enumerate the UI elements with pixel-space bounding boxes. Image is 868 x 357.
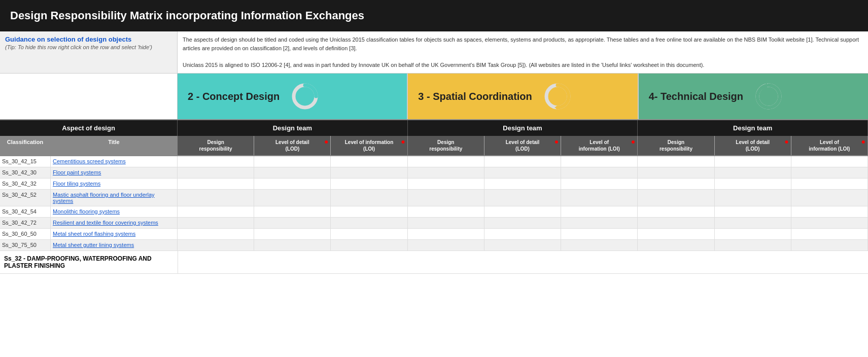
p3-resp-cell (408, 167, 484, 178)
p3-loi-cell (561, 240, 637, 251)
cell-title[interactable]: Floor tiling systems (51, 178, 178, 189)
title-link[interactable]: Floor tiling systems (53, 181, 100, 187)
title-link[interactable]: Metal sheet gutter lining systems (53, 242, 134, 248)
cell-classification: Ss_30_42_54 (0, 206, 51, 217)
phase-4-label: 4- Technical Design (649, 91, 743, 102)
p4-resp-cell (638, 206, 714, 217)
title-link[interactable]: Monolithic flooring systems (53, 208, 120, 215)
p4-resp-cell (638, 240, 714, 251)
phase-4-team-header: Design team (638, 120, 868, 136)
p2-resp-cell (178, 178, 254, 189)
p4-lod-cell (715, 229, 791, 239)
cell-title[interactable]: Resilient and textile floor covering sys… (51, 218, 178, 228)
phase-4-header: 4- Technical Design (639, 74, 868, 119)
p3-loi-cell (561, 178, 637, 189)
p4-data-group (638, 178, 868, 189)
cell-classification: Ss_30_42_32 (0, 178, 51, 189)
p3-lod-cell (484, 190, 561, 206)
p4-data-group (638, 218, 868, 228)
p4-resp-cell (638, 218, 714, 228)
p2-loi-cell (331, 167, 407, 178)
table-row: Ss_30_42_54 Monolithic flooring systems (0, 206, 868, 218)
phase-2-header: 2 - Concept Design (178, 74, 408, 119)
p3-lod-cell (484, 240, 561, 251)
phase-3-col-group: Designresponsibility Level of detail(LOD… (408, 136, 638, 155)
p3-loi-cell (561, 167, 637, 178)
table-row: Ss_30_42_30 Floor paint systems (0, 167, 868, 178)
p2-resp-cell (178, 240, 254, 251)
p3-resp-cell (408, 206, 484, 217)
p3-data-group (408, 167, 638, 178)
p4-data-group (638, 206, 868, 217)
col-header-row: Classification Title Designresponsibilit… (0, 136, 868, 156)
title-link[interactable]: Metal sheet roof flashing systems (53, 231, 135, 237)
p2-loi-cell (331, 206, 407, 217)
cell-title[interactable]: Floor paint systems (51, 167, 178, 178)
guidance-left-panel: Guidance on selection of design objects … (0, 31, 178, 73)
p3-resp-cell (408, 218, 484, 228)
p4-loi-header: Level ofinformation (LOI)● (791, 136, 867, 155)
team-header-row: Aspect of design Design team Design team… (0, 120, 868, 136)
p4-resp-cell (638, 190, 714, 206)
p4-lod-cell (715, 240, 791, 251)
p2-lod-cell (254, 156, 331, 167)
p4-lod-cell (715, 218, 791, 228)
p4-resp-cell (638, 229, 714, 239)
title-link[interactable]: Mastic asphalt flooring and floor underl… (53, 192, 155, 204)
cell-title[interactable]: Metal sheet roof flashing systems (51, 229, 178, 239)
p4-design-resp-header: Designresponsibility (638, 136, 714, 155)
p4-lod-cell (715, 206, 791, 217)
phase-4-col-group: Designresponsibility Level of detail(LOD… (638, 136, 868, 155)
phase-3-header: 3 - Spatial Coordination (408, 74, 638, 119)
title-link[interactable]: Cementitious screed systems (53, 158, 126, 164)
title-link[interactable]: Floor paint systems (53, 169, 101, 175)
p2-loi-cell (331, 190, 407, 206)
p4-loi-cell (791, 156, 867, 167)
p3-data-group (408, 229, 638, 239)
cell-classification: Ss_30_42_15 (0, 156, 51, 167)
cell-title[interactable]: Metal sheet gutter lining systems (51, 240, 178, 251)
phase-2-team-header: Design team (178, 120, 408, 136)
p4-lod-cell (715, 167, 791, 178)
p3-loi-cell (561, 229, 637, 239)
p4-lod-cell (715, 190, 791, 206)
p4-loi-cell (791, 190, 867, 206)
phase-header-row: 2 - Concept Design 3 - Spatial Coordinat… (0, 74, 868, 120)
p2-loi-cell (331, 178, 407, 189)
p4-resp-cell (638, 156, 714, 167)
p2-resp-cell (178, 206, 254, 217)
p3-resp-cell (408, 178, 484, 189)
cell-classification: Ss_30_42_52 (0, 190, 51, 206)
guidance-para2: Uniclass 2015 is aligned to ISO 12006-2 … (183, 61, 863, 69)
p4-resp-cell (638, 178, 714, 189)
p3-data-group (408, 240, 638, 251)
p3-lod-cell (484, 178, 561, 189)
table-row: Ss_30_42_32 Floor tiling systems (0, 178, 868, 190)
p2-loi-cell (331, 218, 407, 228)
title-link[interactable]: Resilient and textile floor covering sys… (53, 220, 158, 226)
phase-3-team-header: Design team (408, 120, 638, 136)
p2-data-group (178, 240, 408, 251)
p2-data-group (178, 190, 408, 206)
p2-lod-cell (254, 206, 331, 217)
p2-data-group (178, 178, 408, 189)
col-classification-header: Classification (0, 136, 51, 155)
table-row: Ss_30_60_50 Metal sheet roof flashing sy… (0, 229, 868, 240)
cell-title[interactable]: Mastic asphalt flooring and floor underl… (51, 190, 178, 206)
guidance-row: Guidance on selection of design objects … (0, 31, 868, 74)
cell-classification: Ss_30_60_50 (0, 229, 51, 239)
cell-classification: Ss_30_42_30 (0, 167, 51, 178)
p4-data-group (638, 190, 868, 206)
table-row: Ss_30_75_50 Metal sheet gutter lining sy… (0, 240, 868, 251)
p2-loi-cell (331, 156, 407, 167)
cell-title[interactable]: Monolithic flooring systems (51, 206, 178, 217)
cell-title[interactable]: Cementitious screed systems (51, 156, 178, 167)
p3-resp-cell (408, 240, 484, 251)
p2-data-group (178, 218, 408, 228)
p3-loi-cell (561, 156, 637, 167)
p2-data-group (178, 206, 408, 217)
p3-loi-cell (561, 190, 637, 206)
phase-2-label: 2 - Concept Design (188, 91, 280, 102)
phase-3-label: 3 - Spatial Coordination (418, 91, 532, 102)
phase-4-icon (753, 81, 784, 112)
